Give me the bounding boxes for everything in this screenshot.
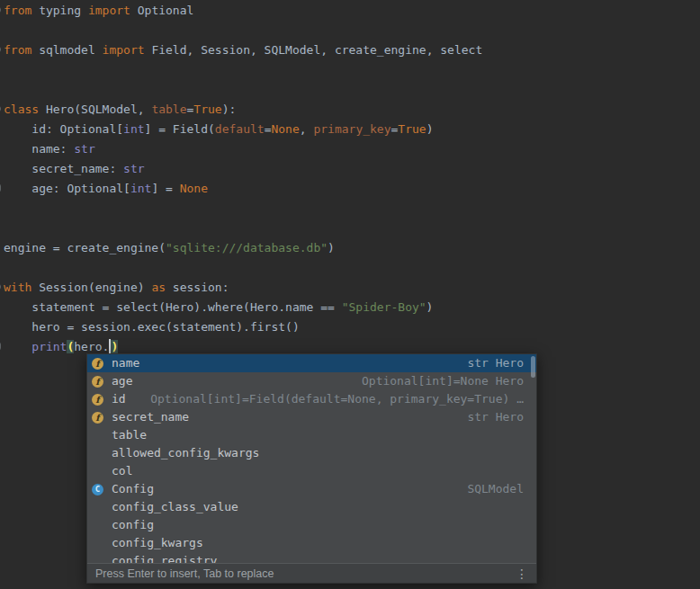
completion-item[interactable]: config_registry: [87, 552, 536, 563]
code-line[interactable]: [4, 199, 482, 219]
completion-item[interactable]: fnamestr Hero: [87, 354, 536, 372]
fold-gutter-icon[interactable]: [0, 282, 1, 291]
popup-scrollbar-thumb[interactable]: [531, 356, 535, 378]
item-label: config_registry: [112, 552, 217, 563]
item-type-hint: SQLModel: [467, 480, 524, 498]
code-line[interactable]: [4, 80, 482, 100]
completion-item[interactable]: fsecret_namestr Hero: [87, 408, 536, 426]
item-label: allowed_config_kwargs: [112, 444, 259, 462]
item-label: id: [112, 390, 126, 408]
item-label: age: [112, 372, 132, 390]
item-label: secret_name: [112, 408, 189, 426]
completion-popup: fnamestr HerofageOptional[int]=None Hero…: [86, 353, 537, 584]
code-line[interactable]: class Hero(SQLModel, table=True):: [4, 100, 482, 120]
code-line[interactable]: [4, 60, 482, 80]
class-icon: C: [92, 484, 103, 495]
completion-item[interactable]: config_kwargs: [87, 534, 536, 552]
completion-item[interactable]: col: [87, 462, 536, 480]
item-label: Config: [112, 480, 154, 498]
item-label: config_kwargs: [112, 534, 203, 552]
footer-hint: Press Enter to insert, Tab to replace: [95, 567, 274, 580]
completion-item[interactable]: fidOptional[int]=Field(default=None, pri…: [87, 390, 536, 408]
field-icon: f: [92, 376, 103, 388]
code-line[interactable]: engine = create_engine("sqlite:///databa…: [4, 238, 482, 258]
code-line[interactable]: statement = select(Hero).where(Hero.name…: [4, 298, 482, 317]
marker-gutter-icon[interactable]: [0, 342, 1, 351]
item-type-hint: str Hero: [467, 354, 524, 372]
completion-item[interactable]: CConfigSQLModel: [87, 480, 536, 498]
field-icon: f: [92, 412, 103, 424]
fold-gutter-icon[interactable]: [0, 5, 1, 14]
completion-item[interactable]: config: [87, 516, 536, 534]
completion-item[interactable]: allowed_config_kwargs: [87, 444, 536, 462]
item-label: col: [112, 462, 132, 480]
code-line[interactable]: with Session(engine) as session:: [4, 278, 482, 298]
code-line[interactable]: from sqlmodel import Field, Session, SQL…: [4, 40, 482, 60]
code-line[interactable]: age: Optional[int] = None: [4, 179, 482, 199]
code-line[interactable]: hero = session.exec(statement).first(): [4, 317, 482, 337]
item-type-hint: Optional[int]=None Hero: [362, 372, 524, 390]
field-icon: f: [92, 358, 103, 370]
completion-item[interactable]: fageOptional[int]=None Hero: [87, 372, 536, 390]
completion-footer: Press Enter to insert, Tab to replace ⋮: [87, 563, 536, 583]
marker-gutter-icon[interactable]: [0, 183, 1, 192]
completion-item[interactable]: table: [87, 426, 536, 444]
code-line[interactable]: [4, 21, 482, 40]
code-line[interactable]: [4, 219, 482, 238]
code-line[interactable]: from typing import Optional: [4, 1, 482, 21]
fold-gutter-icon[interactable]: [0, 45, 1, 54]
more-options-icon[interactable]: ⋮: [516, 567, 528, 581]
item-label: config_class_value: [112, 498, 238, 516]
item-label: name: [112, 354, 139, 372]
code-editor[interactable]: from typing import Optionalfrom sqlmodel…: [4, 1, 482, 357]
code-line[interactable]: secret_name: str: [4, 159, 482, 179]
item-label: config: [112, 516, 154, 534]
field-icon: f: [92, 394, 103, 406]
item-signature-hint: Optional[int]=Field(default=None, primar…: [126, 390, 524, 408]
completion-list: fnamestr HerofageOptional[int]=None Hero…: [87, 354, 536, 563]
code-line[interactable]: [4, 258, 482, 278]
code-line[interactable]: id: Optional[int] = Field(default=None, …: [4, 120, 482, 139]
code-line[interactable]: name: str: [4, 139, 482, 159]
fold-gutter-icon[interactable]: [0, 104, 1, 113]
item-label: table: [112, 426, 147, 444]
completion-item[interactable]: config_class_value: [87, 498, 536, 516]
item-type-hint: str Hero: [467, 408, 524, 426]
